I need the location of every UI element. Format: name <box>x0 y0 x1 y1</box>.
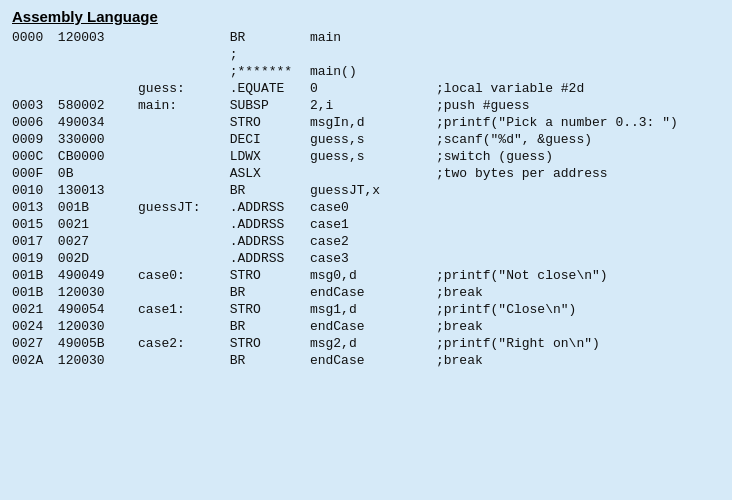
assembly-code-table: 0000120003BRmain;;*******main()guess:.EQ… <box>12 29 720 369</box>
table-row: 001B490049case0:STROmsg0,d;printf("Not c… <box>12 267 720 284</box>
table-row: 002A120030BRendCase;break <box>12 352 720 369</box>
table-row: 0010130013BRguessJT,x <box>12 182 720 199</box>
table-row: 0006490034STROmsgIn,d;printf("Pick a num… <box>12 114 720 131</box>
table-row: 0013001BguessJT:.ADDRSScase0 <box>12 199 720 216</box>
table-row: 000F0BASLX;two bytes per address <box>12 165 720 182</box>
table-row: 0003580002main:SUBSP2,i;push #guess <box>12 97 720 114</box>
table-row: 0009330000DECIguess,s;scanf("%d", &guess… <box>12 131 720 148</box>
table-row: 0019002D.ADDRSScase3 <box>12 250 720 267</box>
table-row: ; <box>12 46 720 63</box>
page-title: Assembly Language <box>12 8 720 25</box>
table-row: 0024120030BRendCase;break <box>12 318 720 335</box>
table-row: 000CCB0000LDWXguess,s;switch (guess) <box>12 148 720 165</box>
table-row: ;*******main() <box>12 63 720 80</box>
table-row: 002749005Bcase2:STROmsg2,d;printf("Right… <box>12 335 720 352</box>
table-row: guess:.EQUATE0;local variable #2d <box>12 80 720 97</box>
table-row: 0021490054case1:STROmsg1,d;printf("Close… <box>12 301 720 318</box>
table-row: 00150021.ADDRSScase1 <box>12 216 720 233</box>
table-row: 00170027.ADDRSScase2 <box>12 233 720 250</box>
table-row: 0000120003BRmain <box>12 29 720 46</box>
table-row: 001B120030BRendCase;break <box>12 284 720 301</box>
